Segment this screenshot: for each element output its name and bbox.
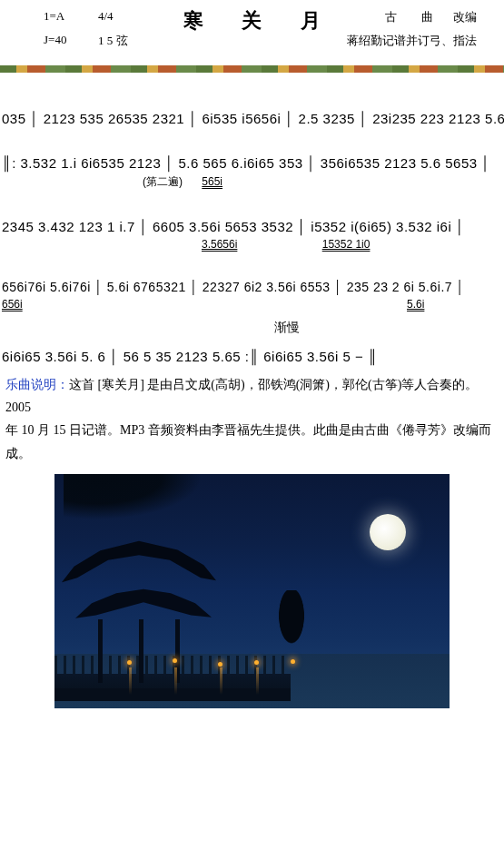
transcriber-credit: 蒋绍勤记谱并订弓、指法 bbox=[347, 33, 477, 49]
source-2: 曲 bbox=[421, 9, 433, 25]
score-line-4: 656i76i 5.6i76i │ 5.6i 6765321 │ 22327 6… bbox=[2, 280, 502, 294]
score-line-1: 035 │ 2123 535 26535 2321 │ 6i535 i5656i… bbox=[2, 111, 502, 126]
reflection bbox=[129, 667, 132, 695]
source-3: 改编 bbox=[453, 9, 477, 25]
string-tuning: 1 5 弦 bbox=[98, 33, 128, 49]
score-line-4-annotation: 656i 5.6i bbox=[2, 298, 502, 311]
score-line-4-suba: 656i bbox=[2, 298, 23, 311]
illustration bbox=[54, 474, 450, 708]
score-line-4-subb: 5.6i bbox=[407, 298, 424, 311]
tree-silhouette bbox=[270, 590, 313, 663]
score-line-2-annotation: (第二遍) 565i bbox=[2, 174, 502, 190]
decorative-band bbox=[0, 65, 504, 73]
score-line-3: 2345 3.432 123 1 i.7 │ 6605 3.56i 5653 3… bbox=[2, 219, 502, 234]
reflection bbox=[220, 667, 222, 695]
lantern-glow bbox=[127, 660, 132, 665]
tempo-mark: J=40 bbox=[44, 33, 66, 47]
time-signature: 4/4 bbox=[98, 9, 114, 24]
description-block: 乐曲说明：这首 [寒关月] 是由吕文成(高胡)，邵铁鸿(洞箫)，郭伦(古筝)等人… bbox=[0, 373, 504, 465]
description-line-1: 这首 [寒关月] 是由吕文成(高胡)，邵铁鸿(洞箫)，郭伦(古筝)等人合奏的。2… bbox=[5, 378, 478, 414]
pillar bbox=[98, 619, 103, 683]
second-pass-note: (第二遍) bbox=[143, 175, 183, 188]
lantern-glow bbox=[173, 658, 177, 663]
source-1: 古 bbox=[385, 9, 397, 25]
moon-icon bbox=[370, 514, 406, 550]
reflection bbox=[174, 667, 177, 695]
score-line-3-sub2: 15352 1i0 bbox=[322, 238, 371, 251]
lantern-glow bbox=[254, 660, 259, 665]
deck-upper bbox=[54, 674, 291, 688]
roof-lower bbox=[75, 578, 212, 628]
score-line-3-sub1: 3.5656i bbox=[202, 238, 237, 251]
key-signature: 1=A bbox=[44, 9, 64, 24]
score-line-5: 6i6i65 3.56i 5. 6 │ 56 5 35 2123 5.65 :║… bbox=[2, 349, 502, 364]
pavilion-silhouette bbox=[62, 501, 221, 674]
description-label: 乐曲说明： bbox=[5, 378, 69, 391]
pillar bbox=[139, 619, 143, 683]
score-line-2-sub: 565i bbox=[202, 175, 222, 188]
reflection bbox=[256, 667, 259, 695]
description-line-2: 年 10 月 15 日记谱。MP3 音频资料由李晋福先生提供。此曲是由古曲《倦寻… bbox=[5, 423, 491, 460]
score-line-2: ║: 3.532 1.i 6i6535 2123 │ 5.6 565 6.i6i… bbox=[2, 155, 502, 171]
header: 寒 关 月 1=A 4/4 古 曲 改编 J=40 1 5 弦 蒋绍勤记谱并订弓… bbox=[0, 0, 504, 65]
deck-lower bbox=[54, 688, 291, 701]
lantern-glow bbox=[291, 659, 295, 664]
music-score: 035 │ 2123 535 26535 2321 │ 6i535 i5656i… bbox=[0, 73, 504, 373]
lantern-glow bbox=[218, 662, 222, 667]
roof-upper bbox=[62, 529, 216, 592]
tempo-change: 渐慢 bbox=[274, 320, 502, 336]
score-line-3-annotation: 3.5656i 15352 1i0 bbox=[2, 238, 502, 251]
